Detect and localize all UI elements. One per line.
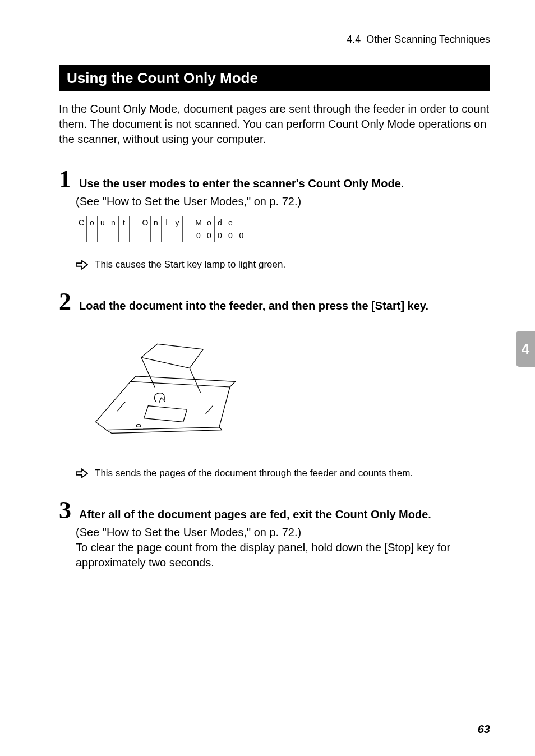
step-result: This causes the Start key lamp to light … (76, 259, 490, 270)
lcd-cell: n (151, 216, 162, 229)
lcd-cell: y (172, 216, 183, 229)
lcd-cell (87, 229, 98, 242)
lcd-display: CountOnlyMode 00000 (76, 216, 247, 242)
svg-point-0 (136, 425, 141, 427)
lcd-row-2: 00000 (76, 229, 247, 242)
step-title: Load the document into the feeder, and t… (79, 299, 428, 312)
step-body: (See "How to Set the User Modes," on p. … (76, 525, 490, 570)
lcd-cell: l (162, 216, 172, 229)
result-arrow-icon (76, 260, 88, 270)
step-title: Use the user modes to enter the scanner'… (79, 177, 404, 190)
lcd-cell: 0 (236, 229, 247, 242)
lcd-cell (130, 216, 140, 229)
step-number: 3 (59, 498, 75, 523)
running-header: 4.4 Other Scanning Techniques (59, 34, 490, 49)
lcd-cell: u (98, 216, 108, 229)
step-number: 2 (59, 289, 75, 314)
lcd-row-1: CountOnlyMode (76, 216, 247, 229)
header-name: Other Scanning Techniques (366, 34, 490, 45)
lcd-cell: M (193, 216, 204, 229)
lcd-cell: 0 (193, 229, 204, 242)
step-number: 1 (59, 167, 75, 192)
lcd-cell (183, 216, 193, 229)
lcd-cell (76, 229, 87, 242)
chapter-tab: 4 (516, 331, 535, 367)
step-title: After all of the document pages are fed,… (79, 508, 431, 521)
lcd-cell (162, 229, 172, 242)
feeder-illustration (76, 320, 255, 454)
lcd-cell: d (215, 216, 225, 229)
lcd-cell: o (204, 216, 215, 229)
lcd-cell: 0 (225, 229, 236, 242)
result-text: This causes the Start key lamp to light … (95, 259, 285, 270)
intro-paragraph: In the Count Only Mode, document pages a… (59, 102, 490, 147)
lcd-cell (236, 216, 247, 229)
step-1: 1 Use the user modes to enter the scanne… (59, 167, 490, 270)
lcd-cell (172, 229, 183, 242)
lcd-cell: n (108, 216, 119, 229)
page-content: 4.4 Other Scanning Techniques Using the … (0, 0, 535, 756)
lcd-cell (119, 229, 130, 242)
lcd-cell: o (87, 216, 98, 229)
lcd-cell (130, 229, 140, 242)
header-ref: 4.4 (347, 34, 361, 45)
lcd-cell (98, 229, 108, 242)
lcd-cell: e (225, 216, 236, 229)
lcd-cell (183, 229, 193, 242)
section-title: Using the Count Only Mode (59, 65, 490, 91)
result-text: This sends the pages of the document thr… (95, 468, 413, 479)
step-3: 3 After all of the document pages are fe… (59, 498, 490, 570)
lcd-cell: 0 (215, 229, 225, 242)
lcd-cell: t (119, 216, 130, 229)
lcd-cell (151, 229, 162, 242)
lcd-cell: C (76, 216, 87, 229)
lcd-cell (140, 229, 151, 242)
lcd-cell: O (140, 216, 151, 229)
step-result: This sends the pages of the document thr… (76, 468, 490, 479)
page-number: 63 (478, 723, 490, 736)
step-body: (See "How to Set the User Modes," on p. … (76, 194, 490, 209)
lcd-cell: 0 (204, 229, 215, 242)
result-arrow-icon (76, 468, 88, 478)
lcd-cell (108, 229, 119, 242)
step-2: 2 Load the document into the feeder, and… (59, 289, 490, 479)
